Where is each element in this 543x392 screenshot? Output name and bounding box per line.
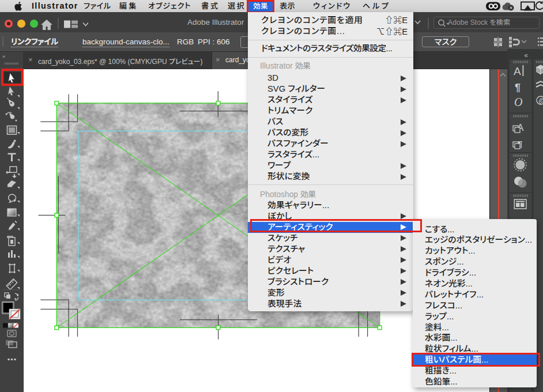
svg-text:»: » xyxy=(2,54,5,59)
svg-text:O: O xyxy=(514,96,522,108)
svg-text:A: A xyxy=(514,65,521,77)
svg-text:@: @ xyxy=(538,96,543,105)
svg-text:¶: ¶ xyxy=(515,82,521,93)
